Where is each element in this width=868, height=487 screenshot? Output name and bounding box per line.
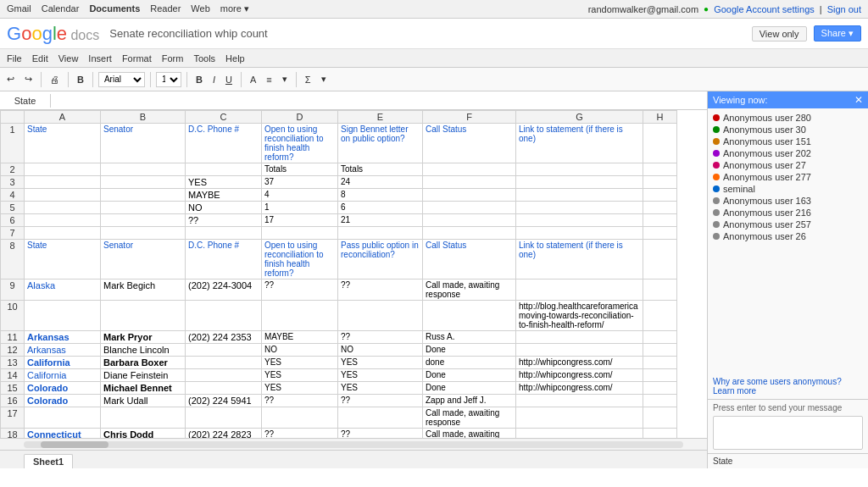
cell-3-c[interactable]: YES <box>186 176 262 189</box>
menu-tools[interactable]: Tools <box>193 53 215 64</box>
google-account-link[interactable]: Google Account settings <box>714 4 815 14</box>
cell-1-h[interactable] <box>643 124 677 163</box>
sidebar-close-button[interactable]: ✕ <box>854 94 863 106</box>
cell-3-e[interactable]: 24 <box>338 176 423 189</box>
scrollbar-thumb[interactable] <box>41 441 108 448</box>
cell-10-a[interactable] <box>25 301 101 331</box>
cell-2-c[interactable] <box>186 163 262 176</box>
share-button[interactable]: Share ▾ <box>814 25 861 42</box>
grid-container[interactable]: A B C D E F G H 1StateSenatorD.C. Phone … <box>0 110 707 438</box>
cell-10-d[interactable] <box>262 301 338 331</box>
menu-form[interactable]: Form <box>162 53 184 64</box>
cell-4-g[interactable] <box>516 189 643 202</box>
nav-more[interactable]: more ▾ <box>220 3 249 14</box>
cell-1-g[interactable]: Link to statement (if there is one) <box>516 124 643 163</box>
cell-15-e[interactable]: YES <box>338 382 423 395</box>
cell-17-c[interactable] <box>186 407 262 429</box>
cell-7-c[interactable] <box>186 227 262 240</box>
menu-view[interactable]: View <box>58 53 79 64</box>
cell-6-f[interactable] <box>423 214 516 227</box>
cell-4-a[interactable] <box>25 189 101 202</box>
cell-9-b[interactable]: Mark Begich <box>101 279 186 301</box>
redo-button[interactable]: ↪ <box>21 72 36 86</box>
cell-2-e[interactable]: Totals <box>338 163 423 176</box>
cell-5-a[interactable] <box>25 202 101 214</box>
cell-9-f[interactable]: Call made, awaiting response <box>423 279 516 301</box>
cell-8-c[interactable]: D.C. Phone # <box>186 240 262 279</box>
anonymous-info-link[interactable]: Why are some users anonymous? Learn more <box>708 374 868 399</box>
cell-4-c[interactable]: MAYBE <box>186 189 262 202</box>
cell-18-f[interactable]: Call made, awaiting response <box>423 429 516 439</box>
cell-18-e[interactable]: ?? <box>338 429 423 439</box>
cell-15-d[interactable]: YES <box>262 382 338 395</box>
view-only-button[interactable]: View only <box>752 26 807 42</box>
cell-14-g[interactable]: http://whipcongress.com/ <box>516 369 643 382</box>
col-header-h[interactable]: H <box>643 111 677 124</box>
cell-12-e[interactable]: NO <box>338 344 423 357</box>
nav-calendar[interactable]: Calendar <box>42 3 80 14</box>
cell-14-f[interactable]: Done <box>423 369 516 382</box>
format-i-button[interactable]: I <box>209 73 219 86</box>
cell-15-g[interactable]: http://whipcongress.com/ <box>516 382 643 395</box>
cell-6-h[interactable] <box>643 214 677 227</box>
cell-3-b[interactable] <box>101 176 186 189</box>
cell-4-e[interactable]: 8 <box>338 189 423 202</box>
col-header-a[interactable]: A <box>25 111 101 124</box>
cell-17-g[interactable] <box>516 407 643 429</box>
nav-gmail[interactable]: Gmail <box>7 3 31 14</box>
menu-help[interactable]: Help <box>225 53 245 64</box>
cell-13-a[interactable]: California <box>25 357 101 369</box>
signout-link[interactable]: Sign out <box>827 4 861 14</box>
cell-16-f[interactable]: Zapp and Jeff J. <box>423 395 516 407</box>
cell-7-b[interactable] <box>101 227 186 240</box>
cell-2-a[interactable] <box>25 163 101 176</box>
cell-6-b[interactable] <box>101 214 186 227</box>
cell-1-c[interactable]: D.C. Phone # <box>186 124 262 163</box>
cell-2-b[interactable] <box>101 163 186 176</box>
font-size-select[interactable]: 10pt <box>156 72 181 87</box>
cell-12-b[interactable]: Blanche Lincoln <box>101 344 186 357</box>
cell-15-c[interactable] <box>186 382 262 395</box>
cell-9-a[interactable]: Alaska <box>25 279 101 301</box>
cell-7-h[interactable] <box>643 227 677 240</box>
cell-17-e[interactable] <box>338 407 423 429</box>
cell-5-e[interactable]: 6 <box>338 202 423 214</box>
cell-16-g[interactable] <box>516 395 643 407</box>
cell-3-h[interactable] <box>643 176 677 189</box>
name-box[interactable]: State <box>0 94 51 108</box>
cell-7-f[interactable] <box>423 227 516 240</box>
formula-button[interactable]: ▾ <box>318 72 330 86</box>
cell-14-d[interactable]: YES <box>262 369 338 382</box>
cell-1-f[interactable]: Call Status <box>423 124 516 163</box>
cell-13-b[interactable]: Barbara Boxer <box>101 357 186 369</box>
cell-17-a[interactable] <box>25 407 101 429</box>
cell-5-g[interactable] <box>516 202 643 214</box>
cell-10-f[interactable] <box>423 301 516 331</box>
cell-15-f[interactable]: Done <box>423 382 516 395</box>
align-left-button[interactable]: ≡ <box>263 73 275 86</box>
cell-6-a[interactable] <box>25 214 101 227</box>
cell-7-d[interactable] <box>262 227 338 240</box>
cell-6-c[interactable]: ?? <box>186 214 262 227</box>
cell-7-e[interactable] <box>338 227 423 240</box>
col-header-d[interactable]: D <box>262 111 338 124</box>
nav-documents[interactable]: Documents <box>89 3 140 14</box>
cell-3-a[interactable] <box>25 176 101 189</box>
menu-edit[interactable]: Edit <box>32 53 48 64</box>
col-header-f[interactable]: F <box>423 111 516 124</box>
cell-10-c[interactable] <box>186 301 262 331</box>
cell-11-a[interactable]: Arkansas <box>25 331 101 344</box>
nav-reader[interactable]: Reader <box>150 3 181 14</box>
cell-18-g[interactable] <box>516 429 643 439</box>
cell-10-g[interactable]: http://blog.healthcareforamerica moving-… <box>516 301 643 331</box>
col-header-g[interactable]: G <box>516 111 643 124</box>
cell-7-g[interactable] <box>516 227 643 240</box>
cell-14-c[interactable] <box>186 369 262 382</box>
cell-4-b[interactable] <box>101 189 186 202</box>
cell-2-g[interactable] <box>516 163 643 176</box>
cell-15-a[interactable]: Colorado <box>25 382 101 395</box>
cell-6-e[interactable]: 21 <box>338 214 423 227</box>
format-u-button[interactable]: U <box>222 73 236 86</box>
cell-5-c[interactable]: NO <box>186 202 262 214</box>
cell-9-h[interactable] <box>643 279 677 301</box>
